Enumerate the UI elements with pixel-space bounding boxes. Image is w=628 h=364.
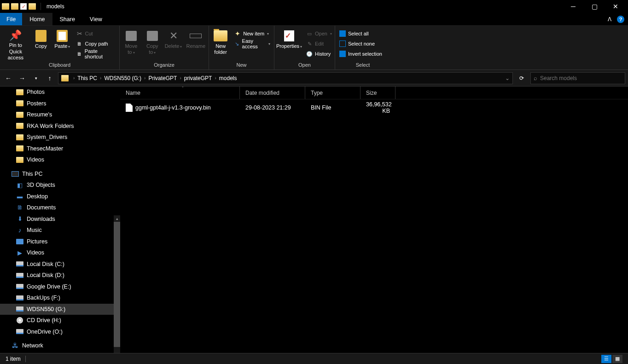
paste-button[interactable]: Paste▾ — [52, 29, 72, 62]
tab-home[interactable]: Home — [22, 13, 52, 25]
qa-check-icon[interactable]: ✓ — [20, 3, 27, 10]
chevron-right-icon[interactable]: › — [71, 75, 76, 81]
file-menu[interactable]: File — [0, 13, 22, 25]
navpane-item[interactable]: ◧3D Objects — [0, 179, 120, 191]
search-input[interactable] — [540, 75, 622, 81]
navpane-item[interactable]: ThesecMaster — [0, 143, 120, 155]
navpane-item[interactable]: Posters — [0, 98, 120, 110]
scrollbar-thumb[interactable] — [114, 222, 120, 347]
navpane-item[interactable]: Resume's — [0, 109, 120, 121]
address-dropdown-icon[interactable]: ⌄ — [505, 75, 510, 81]
main-area: PhotosPostersResume'sRKA Work FoldersSys… — [0, 87, 628, 358]
properties-button[interactable]: Properties▾ — [276, 29, 302, 62]
refresh-button[interactable]: ⟳ — [516, 72, 528, 84]
paste-shortcut-icon: 🗎 — [76, 50, 83, 58]
history-button[interactable]: 🕘History — [304, 49, 334, 59]
breadcrumb[interactable]: › This PC › WDSN550 (G:) › PrivateGPT › … — [58, 72, 513, 84]
close-button[interactable]: ✕ — [605, 0, 626, 13]
cut-button[interactable]: ✂Cut — [74, 29, 117, 39]
navpane-label: Desktop — [27, 193, 48, 200]
navpane-label: Documents — [27, 204, 56, 211]
docs-icon: 🗎 — [16, 204, 24, 211]
open-button[interactable]: ▭Open▾ — [304, 29, 334, 39]
maximize-button[interactable]: ▢ — [584, 0, 605, 13]
navpane-item[interactable]: WDSN550 (G:) — [0, 304, 120, 315]
column-header-type[interactable]: Type — [305, 87, 361, 99]
navpane-item[interactable]: This PC — [0, 168, 120, 180]
rename-button[interactable]: Rename — [185, 29, 207, 62]
navpane-item[interactable]: Videos — [0, 154, 120, 166]
navpane-label: Downloads — [27, 216, 55, 222]
navpane-item[interactable]: 🖧Network — [0, 340, 120, 352]
up-button[interactable]: ↑ — [44, 73, 55, 84]
easy-access-button[interactable]: ↘Easy access▾ — [232, 39, 272, 49]
forward-button[interactable]: → — [17, 73, 28, 84]
column-header-size[interactable]: Size — [361, 87, 395, 99]
breadcrumb-item[interactable]: PrivateGPT — [148, 75, 177, 81]
thumbnails-view-button[interactable]: ▦ — [612, 355, 622, 363]
move-to-button[interactable]: Move to▾ — [122, 29, 141, 62]
navpane-item[interactable]: ▬Desktop — [0, 191, 120, 202]
copy-path-button[interactable]: 🗎Copy path — [74, 39, 117, 49]
navpane-scrollbar[interactable]: ᐱ ▴ — [114, 222, 120, 358]
new-folder-icon — [214, 30, 227, 41]
navpane-item[interactable]: RKA Work Folders — [0, 121, 120, 132]
column-header-name[interactable]: Name˄ — [120, 87, 240, 99]
navpane-label: ThesecMaster — [27, 145, 63, 152]
breadcrumb-item[interactable]: This PC — [77, 75, 97, 81]
file-type: BIN File — [305, 104, 361, 111]
qa-folder-icon2[interactable] — [29, 3, 36, 10]
delete-button[interactable]: ✕ Delete▾ — [164, 29, 183, 62]
scroll-up-button[interactable]: ▴ — [114, 215, 120, 222]
copy-button[interactable]: Copy — [31, 29, 51, 62]
navpane-item[interactable]: ⬇Downloads — [0, 214, 120, 225]
back-button[interactable]: ← — [3, 73, 14, 84]
navpane-item[interactable]: CD Drive (H:) — [0, 315, 120, 326]
qa-folder-icon[interactable] — [11, 3, 18, 10]
search-box[interactable]: ⌕ — [530, 72, 625, 84]
column-header-date[interactable]: Date modified — [240, 87, 305, 99]
navpane-item[interactable]: Pictures — [0, 236, 120, 248]
recent-locations-button[interactable]: ▾ — [30, 73, 41, 84]
breadcrumb-item[interactable]: privateGPT — [184, 75, 212, 81]
tab-view[interactable]: View — [82, 13, 110, 25]
pin-label: Pin to Quick access — [3, 42, 29, 61]
breadcrumb-item[interactable]: models — [219, 75, 237, 81]
paste-icon — [57, 30, 68, 42]
file-size: 36,96,532 KB — [361, 101, 395, 114]
minimize-ribbon-button[interactable]: ᐱ — [606, 16, 613, 23]
chevron-right-icon[interactable]: › — [142, 75, 147, 81]
new-item-button[interactable]: ✦New item▾ — [232, 29, 272, 39]
breadcrumb-item[interactable]: WDSN550 (G:) — [104, 75, 141, 81]
edit-button[interactable]: ✎Edit — [304, 39, 334, 49]
new-folder-button[interactable]: New folder — [211, 29, 230, 62]
chevron-right-icon[interactable]: › — [213, 75, 218, 81]
pin-to-quick-access-button[interactable]: 📌 Pin to Quick access — [2, 29, 29, 62]
copy-to-button[interactable]: Copy to▾ — [143, 29, 162, 62]
navpane-item[interactable]: Photos — [0, 87, 120, 98]
file-row[interactable]: ggml-gpt4all-j-v1.3-groovy.bin 29-08-202… — [120, 99, 628, 116]
navpane-item[interactable]: ▶Videos — [0, 247, 120, 259]
navpane-item[interactable]: System_Drivers — [0, 132, 120, 143]
cut-icon: ✂ — [76, 30, 83, 37]
navpane-item[interactable]: ♪Music — [0, 225, 120, 236]
paste-shortcut-button[interactable]: 🗎Paste shortcut — [74, 49, 117, 59]
navpane-item[interactable]: BackUps (F:) — [0, 292, 120, 304]
details-view-button[interactable]: ☰ — [601, 355, 611, 363]
file-name: ggml-gpt4all-j-v1.3-groovy.bin — [135, 104, 211, 111]
chevron-right-icon[interactable]: › — [178, 75, 183, 81]
navpane-item[interactable]: Google Drive (E:) — [0, 281, 120, 293]
navpane-item[interactable]: Local Disk (C:) — [0, 259, 120, 270]
help-button[interactable]: ? — [617, 16, 624, 23]
folder-icon — [16, 100, 24, 107]
navpane-item[interactable]: OneDrive (O:) — [0, 326, 120, 338]
title-bar: ✓ models ─ ▢ ✕ — [0, 0, 628, 13]
chevron-right-icon[interactable]: › — [98, 75, 103, 81]
invert-selection-button[interactable]: Invert selection — [337, 49, 384, 59]
tab-share[interactable]: Share — [52, 13, 82, 25]
select-all-button[interactable]: Select all — [337, 29, 384, 39]
minimize-button[interactable]: ─ — [563, 0, 584, 13]
select-none-button[interactable]: Select none — [337, 39, 384, 49]
navpane-item[interactable]: Local Disk (D:) — [0, 270, 120, 281]
navpane-item[interactable]: 🗎Documents — [0, 202, 120, 214]
